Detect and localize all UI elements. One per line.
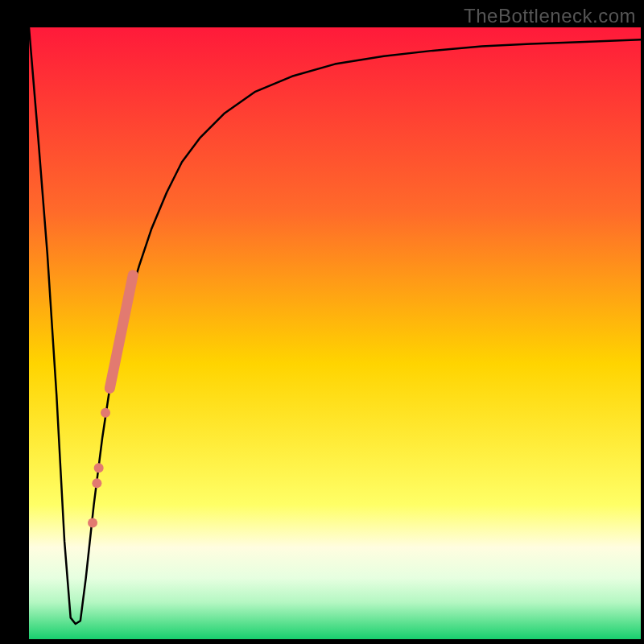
chart-container: TheBottleneck.com: [0, 0, 644, 644]
bottleneck-chart-canvas: [0, 0, 644, 644]
watermark-label: TheBottleneck.com: [464, 5, 636, 27]
